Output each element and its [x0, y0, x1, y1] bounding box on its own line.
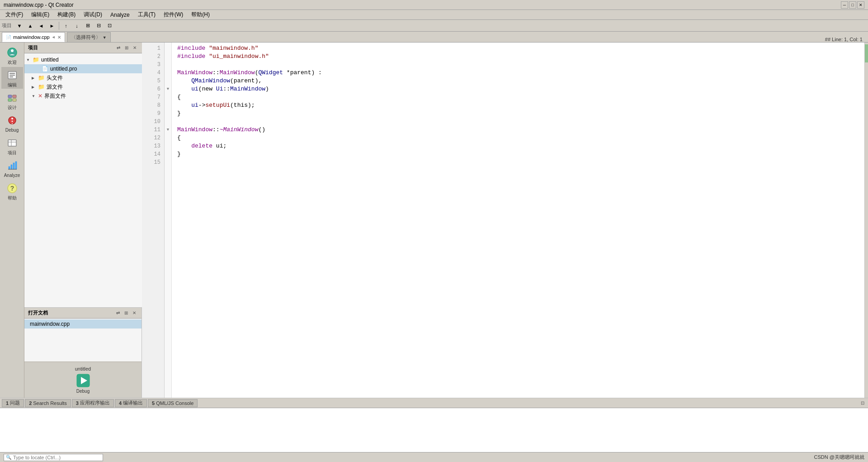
tab-nav-left[interactable]: ◄ [52, 35, 56, 39]
line-num-13: 13 [146, 142, 160, 150]
bottom-tab-search[interactable]: 2 Search Results [25, 399, 71, 407]
code-line-11: MainWindow::~MainWindow() [177, 126, 859, 134]
toolbar-btn-2[interactable]: ▲ [25, 21, 35, 31]
fold-13 [165, 142, 171, 150]
status-search-box[interactable]: 🔍 [4, 454, 103, 461]
open-docs-layout-btn[interactable]: ⊞ [123, 310, 130, 317]
sidebar-item-project[interactable]: 项目 [1, 135, 23, 157]
toolbar-btn-4[interactable]: ► [47, 21, 57, 31]
sidebar-item-debug[interactable]: Debug [1, 112, 23, 134]
bottom-tab-app-output[interactable]: 3 应用程序输出 [72, 399, 114, 407]
debug-icon-container[interactable]: Debug [76, 373, 90, 394]
fold-area: ▼ ▼ [165, 43, 172, 398]
tree-root-untitled[interactable]: ▼ 📁 untitled [24, 55, 142, 64]
sidebar-item-design[interactable]: 设计 [1, 90, 23, 111]
project-tree: ▼ 📁 untitled ▶ 📄 untitled.pro ▶ 📁 头文件 [24, 53, 142, 307]
menu-controls[interactable]: 控件(W) [160, 10, 187, 19]
right-scrollbar[interactable] [864, 43, 868, 398]
tree-item-pro[interactable]: ▶ 📄 untitled.pro [24, 64, 142, 73]
tree-item-ui[interactable]: ▼ ✕ 界面文件 [24, 91, 142, 100]
fold-9 [165, 110, 171, 118]
fold-6[interactable]: ▼ [165, 85, 171, 93]
code-colon-6: :: [223, 85, 230, 93]
code-lines[interactable]: #include "mainwindow.h" #include "ui_mai… [172, 43, 864, 398]
debug-project-name: untitled [75, 366, 91, 372]
tab-symbol-selector[interactable]: 〈选择符号〉 ▼ [67, 32, 111, 42]
project-panel: 项目 ⇄ ⊞ ✕ ▼ 📁 untitled ▶ 📄 untit [24, 43, 142, 307]
code-brace-7: { [177, 93, 181, 101]
tab-mainwindow-cpp[interactable]: 📄 mainwindow.cpp ◄ ✕ [2, 32, 65, 42]
open-docs-sync-btn[interactable]: ⇄ [114, 310, 122, 317]
fold-11[interactable]: ▼ [165, 126, 171, 134]
panel-close-btn[interactable]: ✕ [131, 44, 138, 52]
panel-layout-btn[interactable]: ⊞ [123, 44, 130, 52]
close-button[interactable]: ✕ [857, 1, 864, 9]
code-content[interactable]: 1 2 3 4 5 6 7 8 9 10 11 12 13 14 15 [142, 43, 864, 398]
toolbar-btn-add[interactable]: ⊞ [83, 21, 93, 31]
line-num-12: 12 [146, 134, 160, 142]
toolbar-btn-filter[interactable]: ⊡ [104, 21, 114, 31]
code-line-6: ui(new Ui::MainWindow) [177, 85, 859, 93]
bottom-panels: 1 问题 2 Search Results 3 应用程序输出 4 编译输出 5 … [0, 398, 868, 452]
svg-rect-14 [8, 140, 16, 146]
toolbar-btn-3[interactable]: ◄ [36, 21, 46, 31]
bottom-panel-float-btn[interactable]: ⊡ [859, 400, 866, 407]
menu-analyze[interactable]: Analyze [107, 11, 133, 19]
tab-bar: 📄 mainwindow.cpp ◄ ✕ 〈选择符号〉 ▼ # # Line: … [0, 32, 868, 43]
tree-item-headers[interactable]: ▶ 📁 头文件 [24, 73, 142, 82]
code-string-1: "mainwindow.h" [209, 44, 258, 52]
tree-item-sources[interactable]: ▶ 📁 源文件 [24, 82, 142, 91]
tab-num-3: 3 [76, 400, 79, 406]
svg-rect-9 [13, 99, 16, 101]
status-search-input[interactable] [13, 455, 94, 460]
svg-point-13 [12, 123, 13, 124]
code-close-6: ) [265, 85, 269, 93]
code-line-2: #include "ui_mainwindow.h" [177, 52, 859, 61]
panel-sync-btn[interactable]: ⇄ [115, 44, 122, 52]
open-docs-close-btn[interactable]: ✕ [131, 310, 138, 317]
bottom-tab-compile-output[interactable]: 4 编译输出 [115, 399, 147, 407]
sidebar-item-welcome[interactable]: 欢迎 [1, 44, 23, 66]
fold-2 [165, 52, 171, 61]
menu-file[interactable]: 文件(F) [2, 10, 27, 19]
tab-file-icon: 📄 [6, 35, 11, 40]
code-line-4: MainWindow::MainWindow(QWidget *parent) … [177, 69, 859, 77]
line-col-text: # Line: 1, Col: 1 [828, 37, 863, 42]
svg-rect-20 [15, 162, 17, 169]
menu-tools[interactable]: 工具(T) [134, 10, 159, 19]
title-bar-controls: ─ □ ✕ [841, 1, 864, 9]
tree-arrow-root: ▼ [26, 58, 31, 62]
sidebar-item-help-label: 帮助 [8, 195, 17, 200]
menu-debug[interactable]: 调试(D) [80, 10, 106, 19]
tab-close-btn[interactable]: ✕ [57, 35, 61, 40]
bottom-tab-qml-console[interactable]: 5 QML/JS Console [148, 399, 198, 407]
tab-label-app-output: 应用程序输出 [80, 400, 110, 406]
tree-label-sources: 源文件 [47, 83, 63, 91]
open-doc-label: mainwindow.cpp [30, 321, 70, 327]
code-sep-11: :: [212, 126, 220, 134]
code-string-2: "ui_mainwindow.h" [209, 52, 269, 61]
toolbar-btn-down[interactable]: ↓ [72, 21, 82, 31]
open-doc-mainwindow-cpp[interactable]: mainwindow.cpp [24, 319, 142, 329]
code-ui-8: ui [191, 101, 198, 110]
sidebar-item-analyze[interactable]: Analyze [1, 157, 23, 179]
sidebar-item-edit[interactable]: 编辑 [1, 67, 23, 89]
tab-label-search: Search Results [33, 400, 67, 406]
toolbar-btn-remove[interactable]: ⊟ [94, 21, 104, 31]
toolbar-btn-1[interactable]: ▼ [14, 21, 24, 31]
code-call-8: (this); [230, 101, 255, 110]
scrollbar-thumb[interactable] [865, 44, 868, 62]
code-line-10 [177, 118, 859, 126]
minimize-button[interactable]: ─ [841, 1, 848, 9]
tab-label-problems: 问题 [10, 400, 20, 406]
menu-help[interactable]: 帮助(H) [188, 10, 213, 19]
maximize-button[interactable]: □ [849, 1, 856, 9]
sidebar-item-help[interactable]: ? 帮助 [1, 180, 23, 202]
bottom-tab-problems[interactable]: 1 问题 [2, 399, 24, 407]
code-sep-4: :: [212, 69, 220, 77]
tree-label-root: untitled [41, 57, 59, 63]
menu-build[interactable]: 构建(B) [54, 10, 79, 19]
menu-edit[interactable]: 编辑(E) [28, 10, 53, 19]
debug-play-icon [76, 373, 90, 388]
toolbar-btn-up[interactable]: ↑ [61, 21, 71, 31]
